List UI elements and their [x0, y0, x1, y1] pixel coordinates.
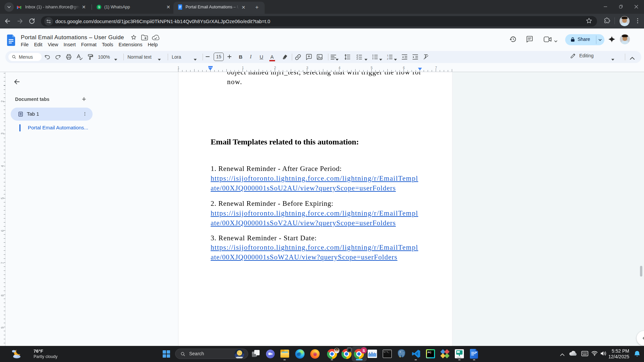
svg-text:1: 1: [387, 54, 388, 57]
svg-text:1: 1: [98, 5, 100, 9]
svg-text:2: 2: [387, 58, 388, 60]
